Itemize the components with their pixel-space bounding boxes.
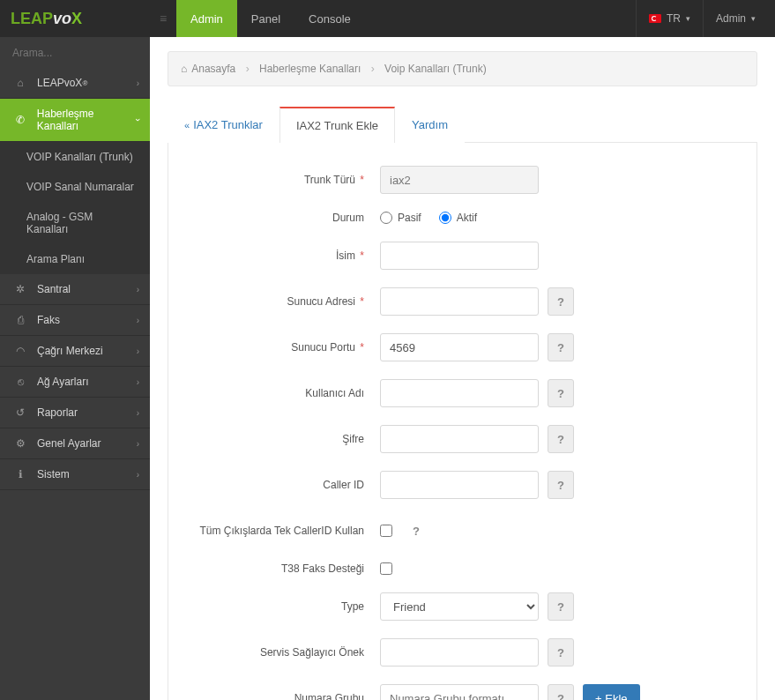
help-icon[interactable]: ? <box>548 379 574 407</box>
sidebar-sub-analog-gsm[interactable]: Analog - GSM Kanalları <box>0 202 150 244</box>
status-passive-radio[interactable] <box>380 212 392 224</box>
headset-icon: ◠ <box>12 345 28 357</box>
help-icon[interactable]: ? <box>548 425 574 453</box>
main-content: ⌂Anasayfa › Haberleşme Kanalları › Voip … <box>150 37 775 700</box>
logo-vo: vo <box>53 10 71 28</box>
search-input[interactable] <box>12 47 138 59</box>
user-label: Admin <box>716 12 746 25</box>
nav-console[interactable]: Console <box>294 0 365 37</box>
tab-trunks-list[interactable]: «IAX2 Trunklar <box>168 107 279 143</box>
fax-icon: ⎙ <box>12 314 28 326</box>
t38-checkbox[interactable] <box>380 562 392 575</box>
network-icon: ⎋ <box>12 376 28 388</box>
tab-help[interactable]: Yardım <box>395 107 465 143</box>
sidebar-item-channels[interactable]: ✆Haberleşme Kanalları› <box>0 99 150 142</box>
help-icon[interactable]: ? <box>548 684 574 700</box>
sidebar-item-pbx[interactable]: ✲Santral› <box>0 274 150 305</box>
chevron-right-icon: › <box>137 346 139 356</box>
single-callerid-checkbox[interactable] <box>380 525 392 537</box>
help-icon[interactable]: ? <box>548 638 574 666</box>
username-input[interactable] <box>380 379 539 407</box>
trunk-type-label: Trunk Türü * <box>186 174 380 186</box>
logo-x: X <box>71 10 82 28</box>
sidebar-item-system[interactable]: ℹSistem› <box>0 459 150 490</box>
help-icon[interactable]: ? <box>403 517 429 545</box>
password-input[interactable] <box>380 425 539 453</box>
sidebar-search <box>0 37 150 68</box>
sidebar-item-fax[interactable]: ⎙Faks› <box>0 305 150 336</box>
type-select[interactable]: Friend <box>380 592 539 621</box>
chevron-right-icon: › <box>137 316 139 325</box>
phone-icon: ✆ <box>12 114 28 126</box>
chevron-right-icon: › <box>137 285 139 294</box>
help-icon[interactable]: ? <box>548 471 574 499</box>
chevron-down-icon: ▾ <box>751 14 756 23</box>
language-switcher[interactable]: TR ▾ <box>636 0 703 37</box>
server-addr-label: Sunucu Adresi * <box>186 295 380 308</box>
server-port-input[interactable] <box>380 333 539 361</box>
chevron-right-icon: › <box>137 78 139 88</box>
status-passive-option[interactable]: Pasif <box>380 212 421 224</box>
sidebar-item-reports[interactable]: ↺Raporlar› <box>0 398 150 428</box>
form-panel: Trunk Türü * Durum Pasif Aktif İsim * Su… <box>168 143 757 700</box>
status-active-option[interactable]: Aktif <box>439 212 477 224</box>
info-icon: ℹ <box>12 468 28 480</box>
callerid-label: Caller ID <box>186 479 380 491</box>
tab-trunk-add[interactable]: IAX2 Trunk Ekle <box>279 107 395 143</box>
double-left-icon: « <box>184 120 190 130</box>
history-icon: ↺ <box>12 406 28 419</box>
logo-leap: LEAP <box>11 10 53 28</box>
password-label: Şifre <box>186 433 380 445</box>
trunk-type-input <box>380 166 539 194</box>
server-port-label: Sunucu Portu * <box>186 341 380 354</box>
name-input[interactable] <box>380 242 539 270</box>
number-group-label: Numara Grubu <box>186 692 380 700</box>
sidebar-sub-dialplan[interactable]: Arama Planı <box>0 244 150 274</box>
sidebar-sub-voip-virtual[interactable]: VOIP Sanal Numaralar <box>0 172 150 202</box>
prefix-label: Servis Sağlayıcı Önek <box>186 646 380 659</box>
asterisk-icon: ✲ <box>12 283 28 295</box>
sidebar-toggle-icon[interactable]: ≡ <box>150 0 176 37</box>
prefix-input[interactable] <box>380 638 539 666</box>
logo[interactable]: LEAPvoX <box>0 0 150 37</box>
sidebar-item-leapvox[interactable]: ⌂LEAPvoX®› <box>0 68 150 99</box>
type-label: Type <box>186 600 380 613</box>
server-addr-input[interactable] <box>380 287 539 316</box>
breadcrumb-channels[interactable]: Haberleşme Kanalları <box>259 63 361 75</box>
gear-icon: ⚙ <box>12 437 28 450</box>
help-icon[interactable]: ? <box>548 287 574 316</box>
topbar-right: TR ▾ Admin ▾ <box>636 0 775 37</box>
nav-panel[interactable]: Panel <box>237 0 294 37</box>
user-menu[interactable]: Admin ▾ <box>703 0 768 37</box>
sidebar: ⌂LEAPvoX®› ✆Haberleşme Kanalları› VOIP K… <box>0 37 150 700</box>
chevron-right-icon: › <box>137 408 139 418</box>
name-label: İsim * <box>186 249 380 262</box>
sidebar-item-settings[interactable]: ⚙Genel Ayarlar› <box>0 428 150 459</box>
help-icon[interactable]: ? <box>548 333 574 361</box>
nav-admin[interactable]: Admin <box>176 0 237 37</box>
status-active-radio[interactable] <box>439 212 451 224</box>
language-code: TR <box>667 12 681 25</box>
sidebar-sub-voip-trunk[interactable]: VOIP Kanalları (Trunk) <box>0 142 150 172</box>
callerid-input[interactable] <box>380 471 539 499</box>
plus-icon: + <box>595 692 602 701</box>
breadcrumb-current: Voip Kanalları (Trunk) <box>384 63 487 75</box>
help-icon[interactable]: ? <box>548 592 574 621</box>
home-icon: ⌂ <box>12 77 28 89</box>
home-icon: ⌂ <box>181 63 187 75</box>
tabs: «IAX2 Trunklar IAX2 Trunk Ekle Yardım <box>168 106 757 143</box>
chevron-down-icon: ▾ <box>686 14 690 23</box>
username-label: Kullanıcı Adı <box>186 387 380 399</box>
chevron-down-icon: › <box>133 118 143 121</box>
flag-tr-icon <box>649 14 661 23</box>
t38-label: T38 Faks Desteği <box>186 562 380 575</box>
chevron-right-icon: › <box>137 439 139 449</box>
sidebar-item-callcenter[interactable]: ◠Çağrı Merkezi› <box>0 336 150 367</box>
number-group-input[interactable] <box>380 684 539 700</box>
single-callerid-label: Tüm Çıkışlarda Tek CallerID Kullan <box>186 525 380 537</box>
chevron-right-icon: › <box>137 377 139 387</box>
add-number-group-button[interactable]: + Ekle <box>583 684 640 700</box>
sidebar-item-network[interactable]: ⎋Ağ Ayarları› <box>0 367 150 398</box>
breadcrumb-home[interactable]: ⌂Anasayfa <box>181 63 235 75</box>
topbar: LEAPvoX ≡ Admin Panel Console TR ▾ Admin… <box>0 0 775 37</box>
